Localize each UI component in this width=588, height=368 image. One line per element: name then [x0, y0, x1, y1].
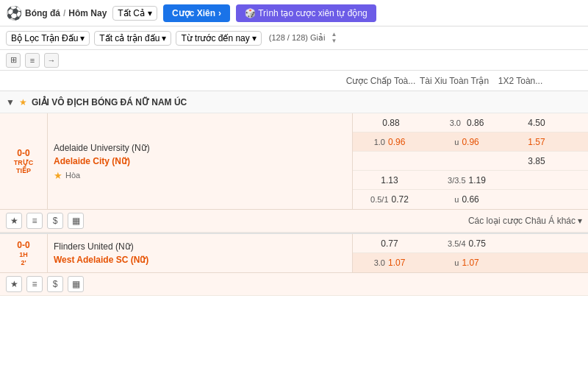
- odds-block-2: 0.77 3.5/4 0.75 3.0 1.07 u 1.07: [353, 234, 588, 272]
- chevron-down-icon: ▾: [252, 33, 257, 43]
- odds-val-home-5[interactable]: 0.72: [392, 194, 409, 205]
- bookmark-icon[interactable]: ⊞: [6, 53, 21, 68]
- sport-label: ⚽ Bóng đá / Hôm Nay: [6, 5, 107, 21]
- sort-down-icon: ▼: [331, 38, 337, 44]
- forward-icon[interactable]: →: [44, 53, 59, 68]
- home-team-1: Adelaide University (Nữ): [54, 141, 346, 155]
- league-header-1: ▼ ★ GIẢI VÔ ĐỊCH BÓNG ĐÁ NỮ NAM ÚC: [0, 91, 588, 113]
- ou-val-2[interactable]: 0.96: [462, 137, 478, 147]
- odds-row-2: 1.0 0.96 u 0.96 1.57: [353, 132, 588, 152]
- main-header: ⚽ Bóng đá / Hôm Nay Tất Cả ▾ Cược Xiên ›…: [0, 0, 588, 26]
- cac-loai-cuoc-1[interactable]: Các loại cược Châu Á khác ▾: [468, 216, 582, 226]
- expand-icon[interactable]: ▼: [6, 97, 15, 107]
- odds-val-home-4[interactable]: 1.13: [381, 175, 398, 185]
- score-value-2: 0-0: [17, 240, 29, 250]
- filter-select-3[interactable]: Từ trước đến nay ▾: [176, 31, 261, 46]
- filter1-label: Bộ Lọc Trận Đấu: [11, 33, 78, 43]
- trinh-tao-label: 🎲 Trình tạo cược xiên tự động: [245, 8, 368, 18]
- filter-row: Bộ Lọc Trận Đấu ▾ Tất cả trận đấu ▾ Từ t…: [0, 26, 588, 50]
- home-team-2: Flinders United (Nữ): [54, 240, 346, 253]
- odds-val-home-2[interactable]: 0.96: [388, 137, 405, 147]
- chevron-down-icon: ▾: [148, 8, 152, 18]
- action-row-2: ★ ≡ $ ▦: [0, 273, 588, 296]
- odds2-row-2: 3.0 1.07 u 1.07: [353, 253, 588, 272]
- trinh-tao-button[interactable]: 🎲 Trình tạo cược xiên tự động: [236, 4, 376, 22]
- chevron-down-icon: ▾: [162, 33, 166, 43]
- x12-val-1[interactable]: 4.50: [528, 118, 545, 128]
- odds-row-5: 0.5/1 0.72 u 0.66: [353, 190, 588, 209]
- draw-label-1: Hòa: [65, 169, 80, 181]
- filter2-label: Tất cả trận đấu: [99, 33, 159, 43]
- col-1x2-header: 1X2 Toàn...: [491, 76, 550, 86]
- match-score-1: 0-0 TRỰC TIẾP: [0, 113, 48, 209]
- soccer-icon: ⚽: [6, 5, 22, 21]
- away-team-2[interactable]: West Adelaide SC (Nữ): [54, 253, 346, 266]
- ou-label-2: u: [454, 138, 459, 146]
- today-label: Hôm Nay: [68, 8, 107, 18]
- filter-all-label: Tất Cả: [118, 8, 145, 18]
- list-icon[interactable]: ≡: [25, 53, 40, 68]
- odds-row-1: 0.88 3.0 0.86 4.50: [353, 113, 588, 132]
- ou-val-5[interactable]: 0.66: [462, 194, 478, 205]
- score-status-2a: 1H: [19, 251, 28, 258]
- line-4: 3/3.5: [448, 176, 465, 185]
- action-row-1: ★ ≡ $ ▦ Các loại cược Châu Á khác ▾: [0, 210, 588, 233]
- cuoc-xien-button[interactable]: Cược Xiên ›: [163, 4, 230, 22]
- chevron-down-icon: ▾: [80, 33, 85, 43]
- action-icons-1: ★ ≡ $ ▦: [6, 213, 84, 229]
- odds-block-1: 0.88 3.0 0.86 4.50 1.0 0.96 u: [353, 113, 588, 209]
- filter-select-1[interactable]: Bộ Lọc Trận Đấu ▾: [6, 31, 90, 46]
- match-group-1: 0-0 TRỰC TIẾP Adelaide University (Nữ) A…: [0, 113, 588, 234]
- handicap2-2: 3.0: [374, 258, 385, 267]
- x12-val-3[interactable]: 3.85: [528, 156, 545, 166]
- sport-name: Bóng đá: [25, 8, 60, 18]
- ou-val-1[interactable]: 0.86: [467, 118, 484, 128]
- sort-icons: ▲ ▼: [331, 32, 337, 44]
- team-cell-1: Adelaide University (Nữ) Adelaide City (…: [48, 113, 353, 209]
- filter-all-select[interactable]: Tất Cả ▾: [112, 6, 157, 21]
- score-status-2: TIẾP: [16, 167, 31, 174]
- column-headers: Cược Chấp Toà... Tài Xiu Toàn Trận 1X2 T…: [0, 71, 588, 91]
- league-name-1: GIẢI VÔ ĐỊCH BÓNG ĐÁ NỮ NAM ÚC: [32, 97, 582, 107]
- match-star-icon[interactable]: ★: [54, 170, 62, 181]
- match-group-2: 0-0 1H 2' Flinders United (Nữ) West Adel…: [0, 234, 588, 296]
- icon-toolbar: ⊞ ≡ →: [0, 50, 588, 71]
- ou2-label-2: u: [454, 258, 459, 267]
- list-action-icon-2[interactable]: ≡: [26, 276, 43, 292]
- away-team-1[interactable]: Adelaide City (Nữ): [54, 155, 346, 168]
- tai-xiu-label: Tài Xiu Toàn Trận: [420, 76, 489, 86]
- odds-row-4: 1.13 3/3.5 1.19: [353, 171, 588, 190]
- ou2-val-1[interactable]: 0.75: [469, 238, 486, 249]
- list-action-icon[interactable]: ≡: [26, 213, 43, 229]
- odds-val-home-1[interactable]: 0.88: [382, 118, 399, 128]
- odds2-row-1: 0.77 3.5/4 0.75: [353, 234, 588, 253]
- divider: /: [63, 8, 65, 18]
- arrow-icon: ›: [218, 8, 221, 18]
- col-chap-header: Cược Chấp Toà...: [344, 76, 417, 86]
- x12-val-2[interactable]: 1.57: [528, 137, 545, 147]
- score-value-1: 0-0: [17, 148, 29, 158]
- ou-label-5: u: [454, 195, 459, 204]
- league-star-icon[interactable]: ★: [19, 97, 27, 107]
- dollar-action-icon-2[interactable]: $: [47, 276, 63, 292]
- chart-action-icon-2[interactable]: ▦: [68, 276, 84, 292]
- handicap-5: 0.5/1: [370, 195, 388, 204]
- cuoc-chap-label: Cược Chấp Toà...: [346, 76, 415, 86]
- line2-1: 3.5/4: [448, 239, 465, 248]
- odds2-val-home-2[interactable]: 1.07: [388, 258, 405, 268]
- ou-val-4[interactable]: 1.19: [469, 175, 486, 185]
- star-action-icon-2[interactable]: ★: [6, 276, 22, 292]
- filter-select-2[interactable]: Tất cả trận đấu ▾: [94, 31, 171, 46]
- team-cell-2: Flinders United (Nữ) West Adelaide SC (N…: [48, 234, 353, 272]
- action-icons-2: ★ ≡ $ ▦: [6, 276, 84, 292]
- handicap-2: 1.0: [374, 138, 385, 146]
- chart-action-icon[interactable]: ▦: [68, 213, 84, 229]
- star-action-icon[interactable]: ★: [6, 213, 22, 229]
- col-taixiu-header: Tài Xiu Toàn Trận: [417, 76, 491, 86]
- ou2-val-2[interactable]: 1.07: [462, 258, 478, 268]
- dollar-action-icon[interactable]: $: [47, 213, 63, 229]
- score-status-1: TRỰC: [14, 159, 34, 166]
- match-score-2: 0-0 1H 2': [0, 234, 48, 272]
- odds2-val-home-1[interactable]: 0.77: [381, 238, 398, 249]
- cac-loai-label: Các loại cược Châu Á khác: [468, 216, 576, 226]
